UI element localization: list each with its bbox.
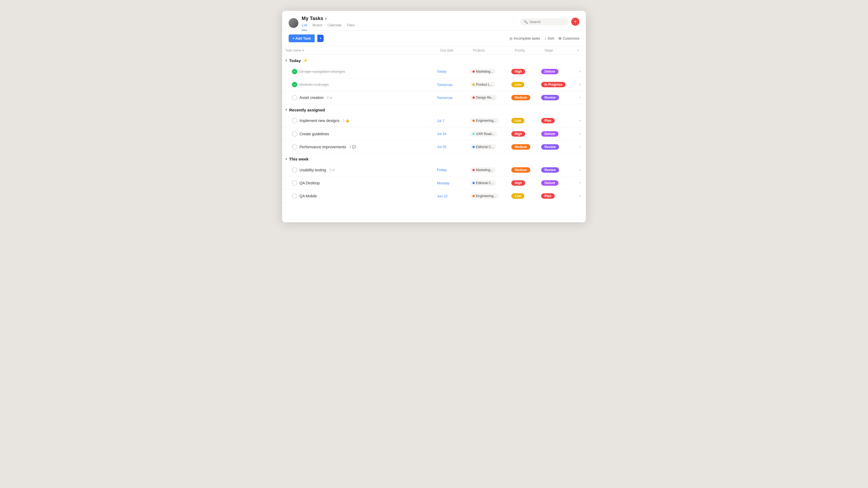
task-name-cell: QA Mobile xyxy=(282,190,437,202)
table-header-row: Task name ▾ Due date Projects Priority S… xyxy=(282,46,586,55)
section-recently-assigned: ▾ Recently assigned xyxy=(282,104,586,115)
task-name: Asset creation xyxy=(300,95,323,100)
task-add-col[interactable]: + xyxy=(574,115,586,127)
stage-badge[interactable]: Plan xyxy=(541,193,554,199)
task-meta: 4 💬 xyxy=(349,145,356,149)
priority-badge[interactable]: High xyxy=(511,131,525,137)
priority-badge[interactable]: Low xyxy=(511,82,524,87)
task-check-icon[interactable] xyxy=(292,131,297,137)
task-project-badge[interactable]: Marketing... xyxy=(470,69,496,74)
section-today: ▾ Today ⚡ xyxy=(282,55,586,65)
task-project-badge[interactable]: Editorial C... xyxy=(470,180,496,186)
task-add-col[interactable]: + xyxy=(574,190,586,202)
tab-list[interactable]: List xyxy=(302,23,307,30)
priority-badge[interactable]: Medium xyxy=(511,167,530,173)
task-priority-cell: Low xyxy=(511,115,541,127)
priority-badge[interactable]: High xyxy=(511,69,525,74)
task-name: QA Mobile xyxy=(300,194,317,198)
incomplete-tasks-button[interactable]: ◎ Incomplete tasks xyxy=(509,36,540,40)
search-input[interactable] xyxy=(529,20,565,24)
project-dot-icon xyxy=(472,195,475,197)
task-table-container: Task name ▾ Due date Projects Priority S… xyxy=(282,46,586,203)
task-check-icon[interactable] xyxy=(292,193,297,199)
task-project-badge[interactable]: Marketing... xyxy=(470,167,496,173)
th-task-name: Task name ▾ xyxy=(282,46,437,55)
section-label-today[interactable]: ▾ Today ⚡ xyxy=(285,58,583,63)
task-due-cell: Friday xyxy=(437,163,470,176)
priority-badge[interactable]: Medium xyxy=(511,144,530,150)
task-check-icon[interactable] xyxy=(292,144,297,150)
task-due-cell: Jul 25 xyxy=(437,140,470,154)
task-project-badge[interactable]: Engineering... xyxy=(470,118,499,123)
task-check-icon[interactable] xyxy=(292,180,297,186)
priority-badge[interactable]: Low xyxy=(511,193,524,199)
task-row: Asset creation 2 ⇄ Tomorrow Design Re...… xyxy=(282,91,586,104)
add-global-button[interactable]: + xyxy=(571,18,579,26)
task-project-badge[interactable]: UXR Road... xyxy=(470,131,497,137)
task-priority-cell: Medium xyxy=(511,163,541,176)
sort-button[interactable]: ↕ Sort xyxy=(545,36,554,40)
task-stage-cell: Plan xyxy=(541,190,574,202)
project-dot-icon xyxy=(472,70,475,73)
tab-files[interactable]: Files xyxy=(347,23,354,30)
task-row: Performance improvements 4 💬 Jul 25 Edit… xyxy=(282,140,586,154)
section-label-this-week[interactable]: ▾ This week xyxy=(285,157,583,161)
task-add-col[interactable]: + xyxy=(574,78,586,91)
priority-badge[interactable]: High xyxy=(511,180,525,186)
task-project-badge[interactable]: Design Re... xyxy=(470,95,497,100)
priority-badge[interactable]: Low xyxy=(511,118,524,123)
task-priority-cell: High xyxy=(511,176,541,190)
project-dot-icon xyxy=(472,133,475,135)
task-name-cell: ✓ Website redesign xyxy=(282,78,437,91)
tab-board[interactable]: Board xyxy=(312,23,322,30)
th-sort-icon[interactable]: ▾ xyxy=(302,48,304,52)
project-name: Editorial C... xyxy=(476,181,494,185)
task-add-col[interactable]: + xyxy=(574,140,586,154)
task-project-badge[interactable]: Editorial C... xyxy=(470,144,496,150)
task-name-cell: ✓ Design navigation changes xyxy=(282,65,437,78)
stage-badge[interactable]: Review xyxy=(541,167,559,173)
app-window: My Tasks ▾ List Board Calendar Files 🔍 +… xyxy=(282,11,586,222)
task-project-badge[interactable]: Engineering... xyxy=(470,193,499,199)
project-dot-icon xyxy=(472,120,475,122)
task-row: QA Mobile Jun 22 Engineering... Low Plan… xyxy=(282,190,586,202)
task-check-icon[interactable] xyxy=(292,118,297,123)
th-priority: Priority xyxy=(511,46,541,55)
section-label-recently-assigned[interactable]: ▾ Recently assigned xyxy=(285,108,583,112)
stage-badge[interactable]: Plan xyxy=(541,118,554,123)
task-project-badge[interactable]: Product L... xyxy=(470,82,495,87)
th-due-date: Due date xyxy=(437,46,470,55)
add-task-button[interactable]: + Add Task xyxy=(289,34,315,42)
task-project-cell: Engineering... xyxy=(470,115,512,127)
task-meta-badge: 3 ⇄ xyxy=(329,168,335,172)
stage-badge[interactable]: In Progress xyxy=(541,82,565,87)
stage-badge[interactable]: Deliver xyxy=(541,131,558,137)
header-title-row: My Tasks ▾ xyxy=(302,16,354,22)
task-check-icon[interactable]: ✓ xyxy=(292,82,297,87)
customize-icon: ⊞ xyxy=(558,36,561,40)
tab-calendar[interactable]: Calendar xyxy=(328,23,342,30)
task-check-icon[interactable] xyxy=(292,95,297,100)
task-add-col[interactable]: + xyxy=(574,65,586,78)
add-task-chevron-button[interactable]: ▾ xyxy=(317,35,323,42)
stage-badge[interactable]: Deliver xyxy=(541,69,558,74)
title-chevron-icon[interactable]: ▾ xyxy=(325,17,327,21)
stage-badge[interactable]: Review xyxy=(541,95,559,100)
task-due-cell: Tomorrow xyxy=(437,78,470,91)
task-table: Task name ▾ Due date Projects Priority S… xyxy=(282,46,586,203)
task-name: Website redesign xyxy=(300,83,329,87)
task-check-icon[interactable] xyxy=(292,167,297,173)
priority-badge[interactable]: Medium xyxy=(511,95,530,100)
task-add-col[interactable]: + xyxy=(574,176,586,190)
stage-badge[interactable]: Deliver xyxy=(541,180,558,186)
task-project-cell: Editorial C... xyxy=(470,140,512,154)
task-add-col[interactable]: + xyxy=(574,163,586,176)
task-row: QA Desktop Monday Editorial C... High De… xyxy=(282,176,586,190)
th-add-col[interactable]: + xyxy=(574,46,586,55)
task-check-icon[interactable]: ✓ xyxy=(292,69,297,74)
task-add-col[interactable]: + xyxy=(574,91,586,104)
task-add-col[interactable]: + xyxy=(574,127,586,140)
stage-badge[interactable]: Review xyxy=(541,144,559,150)
customize-button[interactable]: ⊞ Customize xyxy=(558,36,579,40)
task-stage-cell: Plan xyxy=(541,115,574,127)
